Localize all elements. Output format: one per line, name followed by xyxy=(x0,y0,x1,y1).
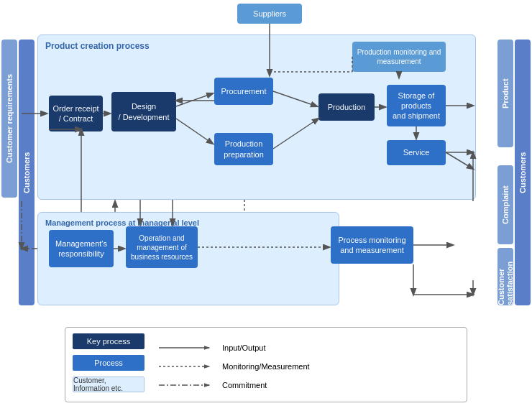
product-label: Product xyxy=(497,40,513,147)
input-output-label: Input/Output xyxy=(222,343,266,352)
legend-monitoring: Monitoring/Measurement xyxy=(159,360,310,373)
customers-left-label: Customers xyxy=(19,40,35,305)
service-box: Service xyxy=(387,140,446,165)
legend-box: Key process Process Customer, Informatio… xyxy=(65,327,467,402)
process-monitoring-box: Process monitoringand measurement xyxy=(331,226,413,264)
commitment-icon xyxy=(159,379,216,392)
input-output-icon xyxy=(159,341,216,354)
legend-key-process: Key process xyxy=(73,333,145,349)
legend-info-box: Customer, Information etc. xyxy=(73,377,145,392)
legend-key-box: Key process xyxy=(73,333,145,349)
production-monitoring-box: Production monitoring andmeasurement xyxy=(352,42,446,72)
legend-col-lines: Input/Output Monitoring/Measurement xyxy=(159,333,310,396)
product-creation-label: Product creation process xyxy=(45,41,150,51)
operation-mgmt-box: Operation andmanagement ofbusiness resou… xyxy=(126,226,198,268)
design-development-box: Design/ Development xyxy=(111,92,176,131)
legend-input-output: Input/Output xyxy=(159,341,310,354)
production-preparation-box: Productionpreparation xyxy=(214,133,273,165)
monitoring-label: Monitoring/Measurement xyxy=(222,362,310,371)
complaint-label: Complaint xyxy=(497,165,513,244)
suppliers-box: Suppliers xyxy=(237,4,302,24)
legend-process: Process xyxy=(73,355,145,371)
legend-customer-info: Customer, Information etc. xyxy=(73,377,145,392)
mgmt-responsibility-box: Management'sresponsibility xyxy=(49,230,114,267)
legend-commitment: Commitment xyxy=(159,379,310,392)
legend-col-boxes: Key process Process Customer, Informatio… xyxy=(73,333,145,396)
production-box: Production xyxy=(318,93,375,121)
customer-requirements-label: Customer requirements xyxy=(1,40,17,198)
order-receipt-box: Order receipt/ Contract xyxy=(49,96,103,131)
legend-proc-box: Process xyxy=(73,355,145,371)
diagram-container: Customer requirements Customers Product … xyxy=(0,0,532,411)
storage-box: Storage ofproductsand shipment xyxy=(387,85,446,126)
satisfaction-label: Customer satisfaction xyxy=(497,248,513,305)
procurement-box: Procurement xyxy=(214,78,273,105)
monitoring-icon xyxy=(159,360,216,373)
customers-right-label: Customers xyxy=(515,40,531,305)
commitment-label: Commitment xyxy=(222,381,267,389)
